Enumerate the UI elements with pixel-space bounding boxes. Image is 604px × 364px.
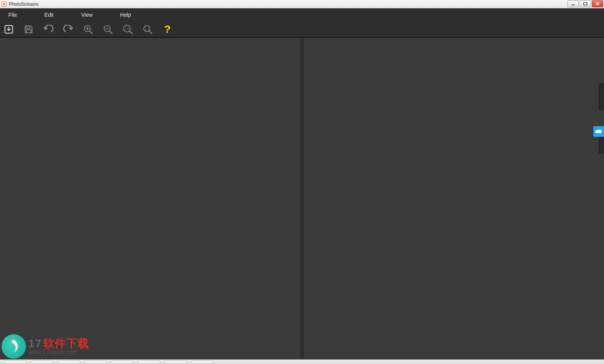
taskbar-item[interactable]: [4, 361, 27, 364]
side-handle-mid[interactable]: [599, 137, 604, 154]
taskbar: [0, 359, 604, 364]
svg-rect-2: [584, 3, 587, 5]
open-folder-icon: [4, 24, 14, 34]
taskbar-item[interactable]: [57, 361, 80, 364]
svg-line-11: [109, 31, 112, 34]
taskbar-item[interactable]: [84, 361, 107, 364]
menu-edit[interactable]: Edit: [40, 10, 58, 20]
zoom-actual-button[interactable]: 1:1: [121, 23, 134, 36]
taskbar-item[interactable]: [31, 361, 53, 364]
menu-view[interactable]: View: [77, 10, 97, 20]
svg-rect-1: [572, 5, 575, 5]
svg-rect-4: [27, 26, 30, 28]
open-button[interactable]: [2, 23, 15, 36]
help-button[interactable]: ?: [161, 23, 174, 36]
menu-help[interactable]: Help: [116, 10, 136, 20]
titlebar: PhotoScissors: [0, 0, 604, 8]
menu-file[interactable]: File: [4, 10, 22, 20]
redo-button[interactable]: [62, 23, 75, 36]
zoom-fit-button[interactable]: [141, 23, 154, 36]
taskbar-item[interactable]: [164, 361, 187, 364]
save-icon: [24, 24, 34, 34]
svg-line-17: [149, 31, 152, 34]
taskbar-item[interactable]: [111, 361, 133, 364]
undo-button[interactable]: [42, 23, 55, 36]
svg-line-7: [90, 31, 92, 34]
close-button[interactable]: [592, 0, 603, 7]
taskbar-item[interactable]: [191, 361, 214, 364]
zoom-out-icon: [103, 24, 113, 34]
maximize-icon: [583, 2, 588, 6]
minimize-button[interactable]: [567, 0, 579, 7]
side-handle-top[interactable]: [599, 83, 604, 110]
cloud-icon: [595, 128, 602, 135]
svg-text:1:1: 1:1: [125, 27, 129, 30]
close-icon: [595, 2, 600, 6]
window-controls: [567, 0, 603, 7]
undo-icon: [43, 25, 54, 34]
left-panel: [0, 38, 300, 359]
save-button[interactable]: [22, 23, 35, 36]
minimize-icon: [571, 2, 575, 6]
toolbar: 1:1 ?: [0, 21, 604, 37]
svg-line-14: [130, 31, 132, 34]
right-panel: [304, 38, 604, 359]
zoom-out-button[interactable]: [101, 23, 114, 36]
zoom-fit-icon: [143, 24, 153, 34]
workspace: 17软件下载 www.17crack.com: [0, 37, 604, 359]
zoom-in-icon: [83, 24, 93, 34]
taskbar-item[interactable]: [137, 361, 160, 364]
redo-icon: [63, 25, 74, 34]
help-icon: ?: [164, 24, 170, 35]
menubar: File Edit View Help: [0, 8, 604, 21]
zoom-in-button[interactable]: [82, 23, 95, 36]
panel-divider[interactable]: [300, 38, 304, 359]
svg-rect-5: [26, 30, 31, 33]
cloud-side-tab[interactable]: [593, 126, 604, 137]
window-title: PhotoScissors: [9, 2, 39, 7]
maximize-button[interactable]: [580, 0, 591, 7]
app-icon: [2, 2, 7, 7]
zoom-actual-icon: 1:1: [122, 24, 133, 34]
